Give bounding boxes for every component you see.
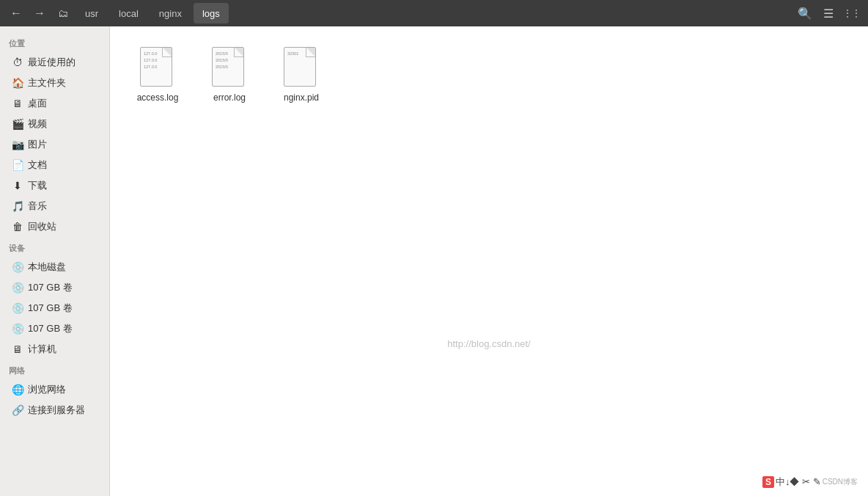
sidebar-item-vol1-label: 107 GB 卷: [28, 281, 73, 294]
sidebar-item-home[interactable]: 🏠 主文件夹: [3, 73, 106, 93]
section-label-devices: 设备: [0, 237, 109, 257]
sidebar-item-connect-server-label: 连接到服务器: [28, 404, 85, 417]
tab-usr[interactable]: usr: [76, 3, 107, 23]
sidebar-item-vol1[interactable]: 💿 107 GB 卷: [3, 277, 106, 298]
sidebar-item-video-label: 视频: [28, 117, 47, 131]
vol3-icon: 💿: [12, 323, 23, 335]
sidebar-item-computer[interactable]: 🖥 计算机: [3, 339, 106, 360]
browse-network-icon: 🌐: [12, 384, 23, 395]
sidebar-item-computer-label: 计算机: [28, 343, 56, 356]
sidebar-item-connect-server[interactable]: 🔗 连接到服务器: [3, 400, 106, 420]
file-name-error-log: error.log: [213, 92, 246, 104]
file-item-nginx-pid[interactable]: 32301 nginx.pid: [268, 41, 334, 110]
grid-button[interactable]: ⋮⋮: [842, 3, 862, 23]
badge-csdn: CSDN博客: [823, 477, 858, 487]
sidebar-item-recent-label: 最近使用的: [28, 56, 76, 69]
badge-text: 中↓◆ ✂ ✎: [776, 475, 821, 489]
sidebar-item-downloads-label: 下载: [28, 179, 47, 192]
watermark: http://blog.csdn.net/: [447, 338, 530, 349]
sidebar-item-vol2-label: 107 GB 卷: [28, 302, 73, 315]
sidebar-item-pictures-label: 图片: [28, 138, 47, 151]
section-label-location: 位置: [0, 32, 109, 52]
file-grid: 127.0.0127.0.0127.0.0 access.log 2015/02…: [125, 41, 853, 110]
search-button[interactable]: 🔍: [795, 3, 815, 23]
sidebar-item-recent[interactable]: ⏱ 最近使用的: [3, 52, 106, 73]
tab-logs[interactable]: logs: [194, 3, 229, 23]
menu-button[interactable]: ☰: [818, 3, 839, 23]
localdisk-icon: 💿: [12, 261, 23, 273]
sidebar-item-documents[interactable]: 📄 文档: [3, 155, 106, 175]
documents-icon: 📄: [12, 159, 23, 171]
file-icon-content-pid: 32301: [287, 51, 312, 57]
sidebar-item-trash-label: 回收站: [28, 220, 56, 233]
connect-server-icon: 🔗: [12, 404, 23, 416]
file-icon-access-log: 127.0.0127.0.0127.0.0: [140, 47, 175, 90]
sidebar-item-trash[interactable]: 🗑 回收站: [3, 216, 106, 237]
file-area: 127.0.0127.0.0127.0.0 access.log 2015/02…: [110, 26, 868, 496]
main-container: 位置 ⏱ 最近使用的 🏠 主文件夹 🖥 桌面 🎬 视频 📷 图片 📄 文档 ⬇ …: [0, 26, 868, 496]
sidebar: 位置 ⏱ 最近使用的 🏠 主文件夹 🖥 桌面 🎬 视频 📷 图片 📄 文档 ⬇ …: [0, 26, 110, 496]
sidebar-item-localdisk[interactable]: 💿 本地磁盘: [3, 257, 106, 277]
downloads-icon: ⬇: [12, 180, 23, 192]
video-icon: 🎬: [12, 118, 23, 130]
file-icon-content-error: 2015/02015/02015/0: [216, 51, 240, 70]
sidebar-item-localdisk-label: 本地磁盘: [28, 260, 66, 274]
trash-icon: 🗑: [12, 221, 23, 233]
window-icon: 🗂: [53, 3, 73, 23]
sidebar-item-music[interactable]: 🎵 音乐: [3, 196, 106, 216]
sidebar-item-vol3[interactable]: 💿 107 GB 卷: [3, 318, 106, 339]
sidebar-item-browse-network[interactable]: 🌐 浏览网络: [3, 379, 106, 400]
file-item-error-log[interactable]: 2015/02015/02015/0 error.log: [196, 41, 262, 110]
badge-s: S: [762, 476, 774, 488]
sidebar-item-desktop[interactable]: 🖥 桌面: [3, 93, 106, 114]
sidebar-item-browse-network-label: 浏览网络: [28, 383, 66, 396]
titlebar: ← → 🗂 usr local nginx logs 🔍 ☰ ⋮⋮: [0, 0, 868, 26]
vol2-icon: 💿: [12, 302, 23, 314]
computer-icon: 🖥: [12, 343, 23, 355]
back-button[interactable]: ←: [6, 3, 26, 23]
forward-button[interactable]: →: [29, 3, 50, 23]
file-icon-error-log: 2015/02015/02015/0: [212, 47, 247, 90]
sidebar-item-music-label: 音乐: [28, 200, 47, 213]
file-name-access-log: access.log: [137, 92, 179, 104]
sidebar-item-pictures[interactable]: 📷 图片: [3, 134, 106, 155]
tab-nginx[interactable]: nginx: [150, 3, 191, 23]
file-item-access-log[interactable]: 127.0.0127.0.0127.0.0 access.log: [125, 41, 191, 110]
vol1-icon: 💿: [12, 282, 23, 293]
home-icon: 🏠: [12, 77, 23, 89]
sidebar-item-home-label: 主文件夹: [28, 76, 66, 90]
sidebar-item-desktop-label: 桌面: [28, 97, 47, 110]
bottom-badge: S 中↓◆ ✂ ✎ CSDN博客: [758, 474, 862, 490]
recent-icon: ⏱: [12, 56, 23, 68]
sidebar-item-documents-label: 文档: [28, 158, 47, 172]
section-label-network: 网络: [0, 360, 109, 379]
sidebar-item-vol2[interactable]: 💿 107 GB 卷: [3, 298, 106, 318]
file-icon-nginx-pid: 32301: [284, 47, 319, 90]
sidebar-item-video[interactable]: 🎬 视频: [3, 114, 106, 134]
file-name-nginx-pid: nginx.pid: [284, 92, 319, 104]
sidebar-item-downloads[interactable]: ⬇ 下载: [3, 175, 106, 196]
desktop-icon: 🖥: [12, 98, 23, 109]
file-icon-content-access: 127.0.0127.0.0127.0.0: [144, 51, 169, 70]
pictures-icon: 📷: [12, 139, 23, 150]
tab-local[interactable]: local: [110, 3, 147, 23]
music-icon: 🎵: [12, 200, 23, 212]
sidebar-item-vol3-label: 107 GB 卷: [28, 322, 73, 335]
